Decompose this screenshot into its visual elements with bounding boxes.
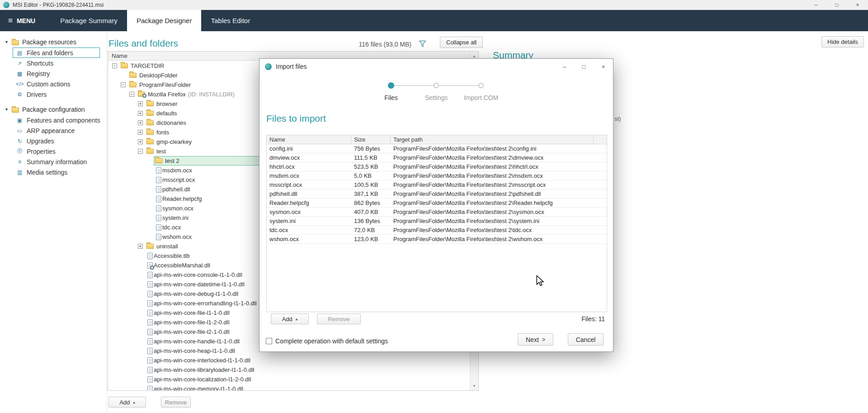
dialog-maximize-button[interactable]: □ <box>574 59 594 74</box>
expander-icon[interactable] <box>129 92 134 97</box>
collapse-all-label: Collapse all <box>446 39 476 46</box>
tree-item-icon <box>147 272 153 278</box>
collapse-all-button[interactable]: Collapse all <box>440 37 483 48</box>
expander-icon[interactable] <box>138 130 143 135</box>
filter-button[interactable] <box>417 38 428 49</box>
expander-icon[interactable] <box>138 111 143 116</box>
expander-icon[interactable] <box>138 149 143 154</box>
tree-item-label: AccessibleMarshal.dll <box>154 262 210 269</box>
tree-row[interactable]: api-ms-win-core-interlocked-l1-1-0.dll <box>108 356 470 365</box>
sidebar-item[interactable]: ≡ Summary information <box>13 157 100 167</box>
hide-details-label: Hide details <box>827 38 858 45</box>
add-label: Add <box>119 399 130 406</box>
close-button[interactable]: × <box>847 0 868 10</box>
import-file-row[interactable]: Reader.helpcfg 862 Bytes ProgramFilesFol… <box>267 199 607 208</box>
sidebar-item-icon: ↗ <box>16 60 24 66</box>
dialog-remove-button[interactable]: Remove <box>317 313 361 324</box>
menu-tab[interactable]: Package Designer <box>127 10 202 31</box>
import-file-row[interactable]: hhctrl.ocx 523,5 KB ProgramFilesFolder\M… <box>267 162 607 171</box>
tree-item-icon <box>155 158 162 163</box>
dialog-add-button[interactable]: Add ▴ <box>271 313 309 324</box>
tree-row[interactable]: api-ms-win-core-memory-l1-1-0.dll <box>108 384 470 390</box>
sidebar-item[interactable]: </> Custom actions <box>13 79 100 89</box>
column-header-size[interactable]: Size <box>351 135 391 144</box>
tree-row[interactable]: api-ms-win-core-localization-l1-2-0.dll <box>108 375 470 384</box>
sidebar-item-icon: Ⓟ <box>16 147 24 155</box>
tree-item-label: api-ms-win-core-file-l1-2-0.dll <box>154 319 230 326</box>
expander-icon[interactable] <box>112 63 117 68</box>
import-file-row[interactable]: msscript.ocx 100,5 KB ProgramFilesFolder… <box>267 180 607 190</box>
scroll-down-icon[interactable]: ▼ <box>470 382 478 390</box>
sidebar-item-label: Registry <box>27 70 50 77</box>
import-file-row[interactable]: tdc.ocx 72,0 KB ProgramFilesFolder\Mozil… <box>267 226 607 235</box>
file-name-cell: tdc.ocx <box>267 227 351 233</box>
sidebar-item[interactable]: ⚙ Drivers <box>13 89 100 100</box>
cancel-button[interactable]: Cancel <box>568 333 604 346</box>
sidebar-item[interactable]: ↗ Shortcuts <box>13 58 100 68</box>
tree-row[interactable]: api-ms-win-core-libraryloader-l1-1-0.dll <box>108 365 470 375</box>
tree-item-icon <box>146 120 154 125</box>
sidebar-item-label: Upgrades <box>27 138 54 145</box>
sidebar-item[interactable]: ▥ Media settings <box>13 167 100 177</box>
target-path-cell: ProgramFilesFolder\Mozilla Firefox\test\… <box>391 163 594 170</box>
expander-icon[interactable] <box>121 82 126 87</box>
tree-item-icon <box>156 186 161 193</box>
next-button[interactable]: Next > <box>518 333 553 346</box>
add-button[interactable]: Add ▴ <box>108 397 146 408</box>
expander-icon[interactable] <box>138 139 143 144</box>
menu-tab[interactable]: Package Summary <box>51 10 127 31</box>
target-path-cell: ProgramFilesFolder\Mozilla Firefox\test\… <box>391 154 594 161</box>
default-settings-checkbox[interactable] <box>266 338 272 344</box>
column-header-name[interactable]: Name <box>267 135 351 144</box>
sidebar-item[interactable]: Ⓟ Properties <box>13 146 100 157</box>
sidebar-item[interactable]: ▤ Files and folders <box>13 47 100 58</box>
import-file-row[interactable]: msdxm.ocx 5,0 KB ProgramFilesFolder\Mozi… <box>267 171 607 180</box>
next-label: Next <box>526 336 539 343</box>
sidebar-item-label: Properties <box>27 148 56 155</box>
import-file-row[interactable]: pdfshell.dll 387,1 KB ProgramFilesFolder… <box>267 190 607 199</box>
import-file-row[interactable]: config.ini 756 Bytes ProgramFilesFolder\… <box>267 144 607 153</box>
sidebar-item-icon: ↻ <box>16 138 24 144</box>
sidebar-item-icon: ⚙ <box>16 91 24 98</box>
file-size-cell: 72,0 KB <box>351 227 391 233</box>
hide-details-button[interactable]: Hide details <box>821 36 864 47</box>
remove-button[interactable]: Remove <box>161 397 191 408</box>
tree-item-icon <box>146 101 154 106</box>
expander-icon[interactable] <box>138 244 143 249</box>
file-name-cell: msscript.ocx <box>267 181 351 188</box>
files-count-label: Files: 11 <box>581 315 605 323</box>
sidebar-item[interactable]: ▦ Registry <box>13 68 100 79</box>
tree-item-label: api-ms-win-core-datetime-l1-1-0.dll <box>154 281 245 288</box>
sidebar-item[interactable]: ↻ Upgrades <box>13 136 100 146</box>
import-file-row[interactable]: sysmon.ocx 407,0 KB ProgramFilesFolder\M… <box>267 208 607 217</box>
import-file-row[interactable]: system.ini 136 Bytes ProgramFilesFolder\… <box>267 217 607 226</box>
sidebar-item-label: Media settings <box>27 169 67 176</box>
default-settings-checkbox-label[interactable]: Complete operation with default settings <box>275 337 388 345</box>
sidebar-item-icon: ▣ <box>16 117 24 123</box>
dialog-minimize-button[interactable]: – <box>555 59 574 74</box>
sidebar-item-label: ARP appearance <box>27 127 75 134</box>
sidebar-item-icon: ▥ <box>16 169 24 176</box>
expander-icon[interactable] <box>138 101 143 106</box>
minimize-button[interactable]: – <box>806 0 826 10</box>
menu-button[interactable]: ≡ MENU <box>0 10 43 31</box>
dialog-close-button[interactable]: × <box>594 59 613 74</box>
tree-item-icon <box>129 82 137 87</box>
window-controls: – □ × <box>806 0 868 10</box>
file-size-cell: 136 Bytes <box>351 218 391 224</box>
maximize-button[interactable]: □ <box>826 0 847 10</box>
sidebar-item[interactable]: ▣ Features and components <box>13 115 100 125</box>
sidebar-group-package-configuration[interactable]: ▼ Package configuration <box>0 104 107 115</box>
file-name-cell: dmview.ocx <box>267 154 351 161</box>
tree-item-icon <box>147 281 153 288</box>
sidebar-group-package-resources[interactable]: ▼ Package resources <box>0 37 107 47</box>
import-file-row[interactable]: wshom.ocx 123,0 KB ProgramFilesFolder\Mo… <box>267 235 607 244</box>
menu-tab[interactable]: Tables Editor <box>201 10 259 31</box>
import-file-row[interactable]: dmview.ocx 111,5 KB ProgramFilesFolder\M… <box>267 153 607 162</box>
sidebar-item[interactable]: ▭ ARP appearance <box>13 125 100 136</box>
expander-icon[interactable] <box>138 120 143 125</box>
tree-item-icon <box>147 367 153 373</box>
sidebar-resources-items: ▤ Files and folders ↗ Shortcuts ▦ Regist… <box>0 47 107 100</box>
tree-item-icon <box>147 338 153 345</box>
column-header-target-path[interactable]: Target path <box>391 135 594 144</box>
